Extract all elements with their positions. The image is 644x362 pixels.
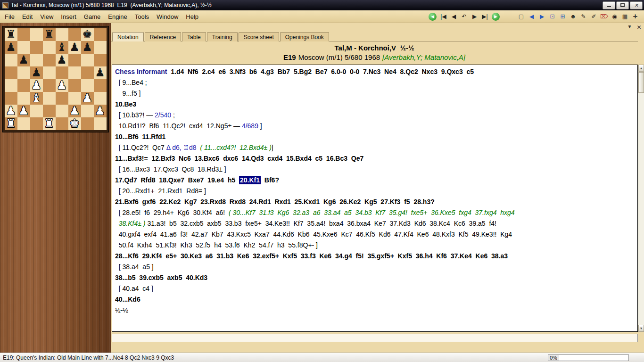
board-square[interactable]: ♟ [68, 105, 81, 117]
tab-training[interactable]: Training [207, 32, 238, 41]
notation-segment[interactable]: [ 40.a4 c4 ] [115, 285, 153, 292]
notation-segment[interactable]: 50.f4 Kxh4 51.Kf3! Kh3 52.f5 h4 53.f6 Kh… [115, 241, 318, 249]
tab-reference[interactable]: Reference [145, 32, 181, 41]
board-square[interactable]: ♟ [17, 105, 30, 117]
board-square[interactable]: ♟ [17, 54, 30, 66]
board-square[interactable] [5, 54, 17, 66]
pencil-icon[interactable]: ✎ [578, 12, 588, 21]
menu-engine[interactable]: Engine [104, 11, 131, 22]
board-square[interactable]: ♜ [5, 28, 17, 41]
notation-segment[interactable]: [ 16...Bxc3 17.Qxc3 Qc8 18.Rd3± ] [115, 165, 226, 173]
notation-segment[interactable]: 17.Qd7 Rfd8 18.Qxe7 Bxe7 19.e4 h5 [115, 176, 239, 184]
board-square[interactable]: ♜ [43, 117, 56, 130]
board-square[interactable] [17, 28, 30, 41]
board-square[interactable] [94, 41, 107, 54]
board-square[interactable] [81, 79, 94, 92]
autoplay-icon[interactable]: ▶ [492, 13, 500, 21]
board-square[interactable]: ♟ [5, 41, 17, 54]
board-square[interactable] [30, 41, 43, 54]
board-square[interactable] [17, 92, 30, 105]
board-square[interactable] [68, 79, 81, 92]
notation-segment[interactable]: 40.gxf4 exf4 41.a6 f3! 42.a7 Kb7 43.Kxc5… [115, 230, 512, 238]
board-square[interactable]: ♚ [81, 28, 94, 41]
board-square[interactable] [56, 28, 68, 41]
notation-segment[interactable]: [ 9...Be4 ; [115, 79, 147, 86]
scroll-thumb[interactable] [638, 72, 644, 93]
board-square[interactable] [81, 105, 94, 117]
minimize-button[interactable] [603, 1, 615, 9]
camera-icon[interactable]: ◉ [610, 12, 619, 21]
board-square[interactable] [81, 117, 94, 130]
board-square[interactable]: ♟ [56, 79, 68, 92]
maximize-button[interactable] [616, 1, 629, 9]
next-game-icon[interactable]: ▶ [537, 12, 547, 21]
board-square[interactable] [94, 117, 107, 130]
board-square[interactable] [68, 92, 81, 105]
tab-notation[interactable]: Notation [112, 32, 144, 41]
menu-view[interactable]: View [36, 11, 57, 22]
board-square[interactable]: ♝ [30, 92, 43, 105]
board-square[interactable] [94, 54, 107, 66]
board-setup-icon[interactable]: ▦ [620, 12, 630, 21]
board-square[interactable]: ♟ [81, 92, 94, 105]
notation-segment[interactable]: ] [258, 122, 262, 130]
back-icon[interactable]: ◀ [449, 12, 459, 21]
tab-table[interactable]: Table [182, 32, 206, 41]
menu-file[interactable]: File [1, 11, 18, 22]
board-square[interactable] [94, 79, 107, 92]
forward-icon[interactable]: ▶ [470, 12, 479, 21]
board-square[interactable] [68, 54, 81, 66]
notation-segment[interactable]: Bf6? [261, 176, 279, 184]
eraser-icon[interactable]: ⌦ [599, 12, 609, 21]
tab-openings-book[interactable]: Openings Book [280, 32, 329, 41]
board-square[interactable] [17, 41, 30, 54]
board-square[interactable]: ♟ [30, 66, 43, 79]
scroll-down-icon[interactable] [638, 325, 644, 332]
board-square[interactable] [5, 92, 17, 105]
notation-segment[interactable]: [ 28.e5! f6 29.h4+ Kg6 30.Kf4 a6! [115, 209, 229, 216]
board-square[interactable] [43, 54, 56, 66]
notation-segment[interactable]: 2/540 [155, 111, 171, 119]
board-square[interactable]: ♟ [94, 105, 107, 117]
board-square[interactable] [81, 66, 94, 79]
notation-segment[interactable]: [ 20...Rxd1+ 21.Rxd1 Rd8= ] [115, 187, 206, 195]
board-square[interactable]: ♜ [5, 117, 17, 130]
board-square[interactable] [5, 79, 17, 92]
board-square[interactable] [43, 41, 56, 54]
notation-segment[interactable]: Chess Informant [115, 68, 167, 75]
board-square[interactable]: ♜ [43, 28, 56, 41]
takeback-icon[interactable]: ◀ [429, 13, 437, 21]
board-square[interactable] [68, 66, 81, 79]
board-square[interactable] [56, 105, 68, 117]
board-square[interactable] [94, 28, 107, 41]
board-square[interactable] [43, 92, 56, 105]
notation-view[interactable]: Chess Informant 1.d4 Nf6 2.c4 e6 3.Nf3 b… [112, 65, 638, 332]
close-button[interactable] [630, 1, 643, 9]
board-square[interactable] [30, 54, 43, 66]
notation-segment[interactable]: ( 11...cxd4?! 12.Bxd4± ) [200, 144, 271, 151]
notation-segment[interactable]: [ 38.a4 a5 ] [115, 263, 154, 271]
new-document-icon[interactable]: ▢ [516, 12, 526, 21]
notation-segment[interactable]: ; [171, 111, 175, 119]
board-square[interactable] [56, 92, 68, 105]
menu-window[interactable]: Window [153, 11, 182, 22]
brush-icon[interactable]: ✐ [589, 12, 599, 21]
notation-segment[interactable]: 31.a3! b5 32.cxb5 axb5 33.b3 fxe5+ 34.Ke… [146, 220, 496, 227]
board-square[interactable] [5, 66, 17, 79]
board-square[interactable] [43, 66, 56, 79]
board-square[interactable] [56, 117, 68, 130]
current-move[interactable]: 20.Kf1 [239, 176, 261, 184]
scroll-up-icon[interactable] [638, 65, 644, 72]
notation-segment[interactable]: [ 11.Qc2?! Qc7 [115, 144, 166, 151]
notation-scrollbar[interactable] [638, 65, 644, 332]
board-square[interactable]: ♟ [56, 54, 68, 66]
notation-segment[interactable]: 10.Rd1!? Bf6 11.Qc2! cxd4 12.Ng5± — [115, 122, 242, 130]
goto-end-icon[interactable]: ▶| [480, 12, 490, 21]
menu-edit[interactable]: Edit [18, 11, 36, 22]
board-square[interactable] [43, 105, 56, 117]
board-square[interactable] [30, 28, 43, 41]
board-square[interactable] [43, 79, 56, 92]
board-square[interactable]: ♟ [68, 41, 81, 54]
notation-segment[interactable]: 21.Bxf6 gxf6 22.Ke2 Kg7 23.Rxd8 Rxd8 24.… [115, 198, 435, 206]
notation-segment[interactable]: 40...Kd6 [115, 296, 140, 303]
